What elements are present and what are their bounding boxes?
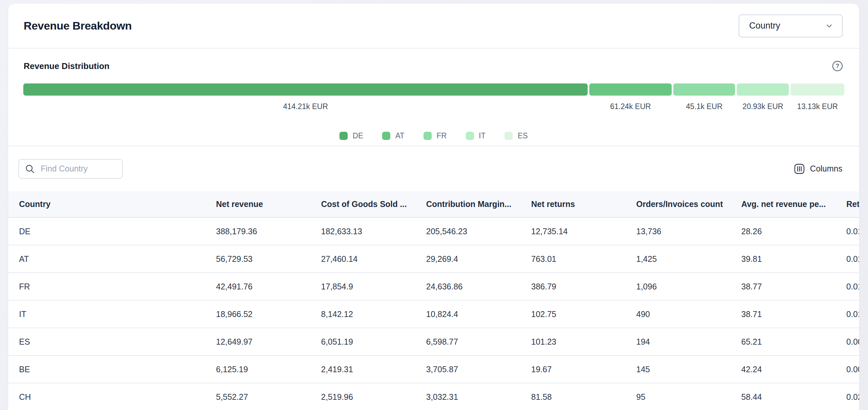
legend-swatch-fr xyxy=(424,132,432,140)
table-row-be[interactable]: BE6,125.192,419.313,705.8719.6714542.240… xyxy=(8,356,859,383)
cell-6: 38.71 xyxy=(741,310,846,319)
legend-item-it[interactable]: IT xyxy=(466,131,486,140)
chart-legend: DEATFRITES xyxy=(8,131,859,140)
column-header-4[interactable]: Net returns xyxy=(531,199,636,209)
cell-6: 42.24 xyxy=(741,365,846,374)
card-header: Revenue Breakdown Country xyxy=(8,4,859,49)
cell-0: AT xyxy=(19,254,216,264)
cell-7: 0.01 xyxy=(846,227,859,236)
legend-swatch-it xyxy=(466,132,474,140)
cell-7: 0.01 xyxy=(846,310,859,319)
cell-0: BE xyxy=(19,365,216,374)
cell-2: 8,142.12 xyxy=(321,310,426,319)
cell-1: 6,125.19 xyxy=(216,365,321,374)
table-toolbar: Columns xyxy=(8,146,859,191)
stacked-bar xyxy=(23,83,844,96)
cell-3: 3,705.87 xyxy=(426,365,531,374)
cell-1: 388,179.36 xyxy=(216,227,321,236)
cell-3: 6,598.77 xyxy=(426,337,531,347)
cell-0: IT xyxy=(19,310,216,319)
bar-segment-es[interactable] xyxy=(790,83,844,96)
cell-7: 0.00 xyxy=(846,365,859,374)
column-header-6[interactable]: Avg. net revenue pe... xyxy=(741,199,846,209)
table-header-row: CountryNet revenueCost of Goods Sold ...… xyxy=(8,191,859,218)
bar-segment-at[interactable] xyxy=(589,83,672,96)
cell-4: 101.23 xyxy=(531,337,636,347)
help-icon[interactable]: ? xyxy=(832,60,843,71)
cell-5: 145 xyxy=(636,365,741,374)
table-row-fr[interactable]: FR42,491.7617,854.924,636.86386.791,0963… xyxy=(8,273,859,301)
dimension-select[interactable]: Country xyxy=(739,14,843,37)
cell-2: 6,051.19 xyxy=(321,337,426,347)
cell-3: 24,636.86 xyxy=(426,282,531,291)
cell-5: 194 xyxy=(636,337,741,347)
legend-swatch-de xyxy=(339,132,348,140)
dimension-select-value: Country xyxy=(749,21,780,31)
cell-2: 182,633.13 xyxy=(321,227,426,236)
revenue-breakdown-card: Revenue Breakdown Country Revenue Distri… xyxy=(8,4,859,410)
legend-label: IT xyxy=(479,131,486,140)
cell-3: 29,269.4 xyxy=(426,254,531,264)
legend-label: ES xyxy=(518,131,528,140)
svg-text:?: ? xyxy=(836,63,839,69)
cell-4: 102.75 xyxy=(531,310,636,319)
cell-6: 28.26 xyxy=(741,227,846,236)
cell-2: 2,419.31 xyxy=(321,365,426,374)
cell-7: 0.02 xyxy=(846,392,859,402)
legend-item-at[interactable]: AT xyxy=(382,131,404,140)
distribution-title: Revenue Distribution xyxy=(24,61,109,71)
table-row-at[interactable]: AT56,729.5327,460.1429,269.4763.011,4253… xyxy=(8,245,859,273)
stacked-bar-value-labels: 414.21k EUR61.24k EUR45.1k EUR20.93k EUR… xyxy=(23,102,844,111)
columns-icon xyxy=(794,164,805,174)
cell-3: 10,824.4 xyxy=(426,310,531,319)
legend-swatch-at xyxy=(382,132,390,140)
legend-swatch-es xyxy=(504,132,513,140)
cell-5: 490 xyxy=(636,310,741,319)
bar-segment-it[interactable] xyxy=(737,83,789,96)
bar-segment-de[interactable] xyxy=(23,83,588,96)
cell-0: ES xyxy=(19,337,216,347)
columns-button[interactable]: Columns xyxy=(794,164,842,174)
legend-item-de[interactable]: DE xyxy=(339,131,363,140)
column-header-3[interactable]: Contribution Margin... xyxy=(426,199,531,209)
column-header-1[interactable]: Net revenue xyxy=(216,199,321,209)
bar-segment-value-at: 61.24k EUR xyxy=(589,102,672,111)
page-title: Revenue Breakdown xyxy=(24,19,132,32)
cell-1: 42,491.76 xyxy=(216,282,321,291)
legend-item-fr[interactable]: FR xyxy=(424,131,447,140)
table-row-de[interactable]: DE388,179.36182,633.13205,546.2312,735.1… xyxy=(8,218,859,245)
cell-5: 1,096 xyxy=(636,282,741,291)
cell-5: 13,736 xyxy=(636,227,741,236)
column-header-5[interactable]: Orders/Invoices count xyxy=(636,199,741,209)
cell-4: 12,735.14 xyxy=(531,227,636,236)
cell-7: 0.01 xyxy=(846,254,859,264)
cell-1: 56,729.53 xyxy=(216,254,321,264)
table-row-es[interactable]: ES12,649.976,051.196,598.77101.2319465.2… xyxy=(8,328,859,356)
table-row-ch[interactable]: CH5,552.272,519.963,032.3181.589558.440.… xyxy=(8,383,859,410)
cell-7: 0.01 xyxy=(846,282,859,291)
legend-label: AT xyxy=(395,131,404,140)
column-header-7[interactable]: Ret xyxy=(846,199,859,209)
cell-2: 2,519.96 xyxy=(321,392,426,402)
cell-6: 39.81 xyxy=(741,254,846,264)
search-input[interactable] xyxy=(41,164,116,173)
cell-4: 763.01 xyxy=(531,254,636,264)
cell-4: 386.79 xyxy=(531,282,636,291)
cell-1: 5,552.27 xyxy=(216,392,321,402)
bar-segment-fr[interactable] xyxy=(673,83,735,96)
cell-5: 1,425 xyxy=(636,254,741,264)
breakdown-table: CountryNet revenueCost of Goods Sold ...… xyxy=(8,191,859,410)
bar-segment-value-es: 13.13k EUR xyxy=(790,102,844,111)
column-header-0[interactable]: Country xyxy=(19,199,216,209)
cell-2: 27,460.14 xyxy=(321,254,426,264)
cell-6: 65.21 xyxy=(741,337,846,347)
search-box[interactable] xyxy=(19,159,123,179)
stacked-bar-chart: 414.21k EUR61.24k EUR45.1k EUR20.93k EUR… xyxy=(23,83,844,111)
column-header-2[interactable]: Cost of Goods Sold ... xyxy=(321,199,426,209)
bar-segment-value-it: 20.93k EUR xyxy=(737,102,789,111)
cell-3: 3,032.31 xyxy=(426,392,531,402)
legend-item-es[interactable]: ES xyxy=(504,131,528,140)
cell-1: 18,966.52 xyxy=(216,310,321,319)
cell-0: CH xyxy=(19,392,216,402)
table-row-it[interactable]: IT18,966.528,142.1210,824.4102.7549038.7… xyxy=(8,301,859,328)
